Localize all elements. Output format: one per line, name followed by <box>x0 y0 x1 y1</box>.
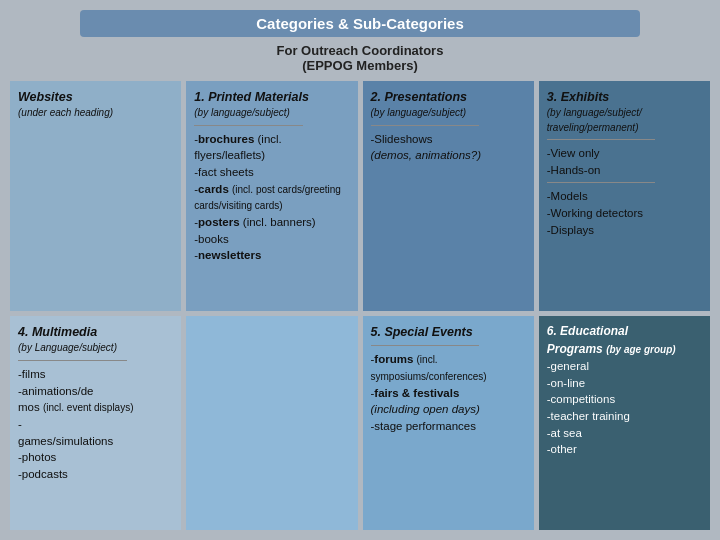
special-header: 5. Special Events <box>371 323 526 341</box>
exhibits-item-2: -Hands-on <box>547 162 702 179</box>
printed-item-3: -cards (incl. post cards/greeting cards/… <box>194 181 349 214</box>
page-subtitle: For Outreach Coordinators(EPPOG Members) <box>277 43 444 73</box>
printed-item-5: -books <box>194 231 349 248</box>
cell-exhibits: 3. Exhibits (by language/subject/ travel… <box>539 81 710 311</box>
cell-presentations: 2. Presentations (by language/subject) -… <box>363 81 534 311</box>
websites-header: Websites <box>18 88 173 106</box>
cell-educational: 6. EducationalPrograms (by age group) -g… <box>539 316 710 530</box>
printed-item-2: -fact sheets <box>194 164 349 181</box>
printed-item-4: -posters (incl. banners) <box>194 214 349 231</box>
page-title: Categories & Sub-Categories <box>80 10 640 37</box>
exhibits-item-4: -Working detectors <box>547 205 702 222</box>
multimedia-item-3: -games/simulations <box>18 416 173 449</box>
exhibits-item-5: -Displays <box>547 222 702 239</box>
printed-item-6: -newsletters <box>194 247 349 264</box>
multimedia-item-4: -photos <box>18 449 173 466</box>
presentations-header: 2. Presentations <box>371 88 526 106</box>
multimedia-item-2: -animations/demos (incl. event displays) <box>18 383 173 416</box>
cell-special: 5. Special Events -forums (incl. symposi… <box>363 316 534 530</box>
educational-item-5: -at sea <box>547 425 702 442</box>
multimedia-header: 4. Multimedia <box>18 323 173 341</box>
multimedia-sub: (by Language/subject) <box>18 341 173 356</box>
categories-grid: Websites (under each heading) 1. Printed… <box>10 81 710 530</box>
exhibits-sub: (by language/subject/ traveling/permanen… <box>547 106 702 135</box>
special-item-2: -fairs & festivals(including open days) <box>371 385 526 418</box>
educational-item-2: -on-line <box>547 375 702 392</box>
presentations-sub: (by language/subject) <box>371 106 526 121</box>
cell-multimedia: 4. Multimedia (by Language/subject) -fil… <box>10 316 181 530</box>
exhibits-item-1: -View only <box>547 145 702 162</box>
special-item-3: -stage performances <box>371 418 526 435</box>
multimedia-item-1: -films <box>18 366 173 383</box>
exhibits-header: 3. Exhibits <box>547 88 702 106</box>
special-item-1: -forums (incl. symposiums/conferences) <box>371 351 526 384</box>
websites-sub: (under each heading) <box>18 106 173 121</box>
printed-item-1: -brochures (incl. flyers/leaflets) <box>194 131 349 164</box>
exhibits-item-3: -Models <box>547 188 702 205</box>
printed-header: 1. Printed Materials <box>194 88 349 106</box>
educational-item-4: -teacher training <box>547 408 702 425</box>
cell-printed: 1. Printed Materials (by language/subjec… <box>186 81 357 311</box>
educational-item-6: -other <box>547 441 702 458</box>
cell-empty-printed <box>186 316 357 530</box>
cell-websites: Websites (under each heading) <box>10 81 181 311</box>
presentations-item-1: -Slideshows(demos, animations?) <box>371 131 526 164</box>
printed-sub: (by language/subject) <box>194 106 349 121</box>
educational-item-3: -competitions <box>547 391 702 408</box>
educational-header: 6. EducationalPrograms (by age group) <box>547 323 702 358</box>
multimedia-item-5: -podcasts <box>18 466 173 483</box>
educational-item-1: -general <box>547 358 702 375</box>
